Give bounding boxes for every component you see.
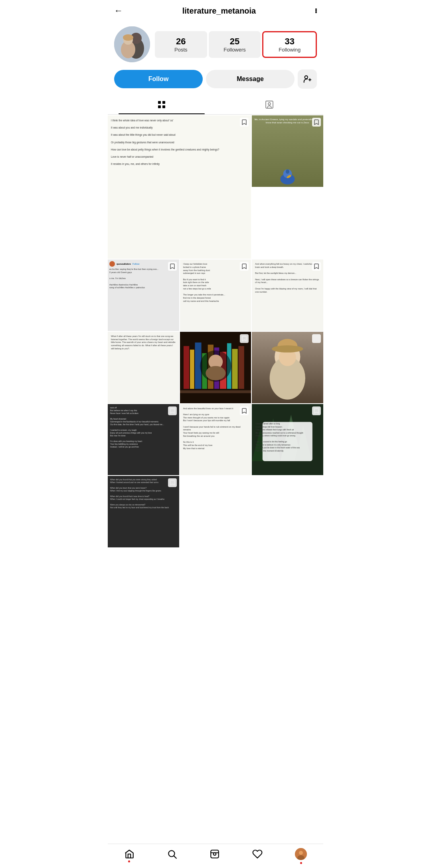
save-icon <box>312 334 321 343</box>
back-button[interactable]: ← <box>114 6 123 16</box>
profile-header: ← literature_metanoia <box>108 0 323 22</box>
svg-point-41 <box>272 345 303 353</box>
following-label: Following <box>279 47 301 53</box>
svg-rect-6 <box>114 26 150 62</box>
post-text-content: I keep our forbidden lovelocked in a pho… <box>183 263 225 303</box>
svg-rect-12 <box>158 105 161 108</box>
save-icon <box>240 262 249 271</box>
avatar <box>114 26 150 62</box>
bookmark-icon <box>170 264 175 269</box>
bookmark-icon <box>242 408 247 414</box>
grid-item[interactable]: It finally rained after so longCrystal d… <box>252 404 323 476</box>
svg-rect-22 <box>190 350 194 389</box>
bookmark-icon <box>242 119 247 125</box>
grid-item[interactable]: took offBut believe me when I say thisNe… <box>108 404 179 476</box>
save-icon <box>312 118 321 127</box>
content-tabs <box>108 95 323 115</box>
svg-point-34 <box>206 366 225 380</box>
bookmark-icon <box>170 408 175 414</box>
save-icon <box>240 334 249 343</box>
post-text-content: And adore the beautiful lines on your fa… <box>183 407 248 450</box>
username-title: literature_metanoia <box>182 6 256 16</box>
svg-rect-11 <box>162 101 165 104</box>
menu-button[interactable] <box>315 8 317 13</box>
save-icon <box>168 478 177 487</box>
grid-item[interactable]: quovadisbro Follow es be like: saying th… <box>108 260 179 331</box>
grid-item[interactable] <box>180 332 251 403</box>
followers-label: Followers <box>223 47 246 53</box>
zeus-swan-image <box>277 166 299 184</box>
bottom-spacer <box>108 547 323 579</box>
post-text-content: And when everything felt too heavy on my… <box>255 263 320 293</box>
post-text-content: I think the whole idea of love was never… <box>111 119 219 166</box>
bookmark-icon <box>242 336 247 341</box>
posts-grid: I think the whole idea of love was never… <box>108 115 323 547</box>
grid-item[interactable]: When did you found that you were strong … <box>108 476 179 547</box>
svg-rect-29 <box>232 349 237 389</box>
svg-point-15 <box>268 103 271 105</box>
post-body: es be like: saying they're fine but then… <box>109 268 178 289</box>
add-friend-button[interactable] <box>298 69 317 89</box>
followers-count: 25 <box>230 36 239 47</box>
action-buttons: Follow Message <box>108 65 323 95</box>
grid-item[interactable]: And adore the beautiful lines on your fa… <box>180 404 251 476</box>
tab-grid[interactable] <box>108 95 216 114</box>
save-icon <box>312 406 321 415</box>
post-caption: Me, in Ancient Greece, tying my sandals … <box>254 118 321 125</box>
bookmark-icon <box>314 264 319 269</box>
follow-button[interactable]: Follow <box>114 70 203 88</box>
bookmark-icon <box>314 119 319 125</box>
grid-item[interactable]: Me, in Ancient Greece, tying my sandals … <box>252 115 323 187</box>
post-text-overlay: It finally rained after so longCrystal d… <box>255 422 320 452</box>
grid-icon <box>157 100 166 109</box>
grid-item[interactable]: I keep our forbidden lovelocked in a pho… <box>180 260 251 331</box>
post-text-content: When did you found that you were strong … <box>110 478 169 509</box>
svg-point-7 <box>305 76 308 79</box>
message-button[interactable]: Message <box>206 70 295 88</box>
tagged-icon <box>265 100 274 109</box>
post-text-content: What if after all these years I'm still … <box>111 335 176 350</box>
grid-item[interactable]: What if after all these years I'm still … <box>108 332 179 403</box>
post-username: quovadisbro <box>117 263 131 265</box>
bookmark-icon <box>170 480 175 486</box>
svg-rect-21 <box>184 346 189 389</box>
mini-avatar <box>109 261 115 267</box>
post-text-content: took offBut believe me when I say thisNe… <box>110 406 164 448</box>
svg-rect-30 <box>238 346 244 389</box>
bookmark-icon <box>314 408 319 414</box>
save-icon <box>312 262 321 271</box>
svg-rect-31 <box>180 390 251 393</box>
following-count: 33 <box>285 36 294 47</box>
profile-section: 26 Posts 25 Followers 33 Following <box>108 22 323 65</box>
save-icon <box>168 262 177 271</box>
svg-rect-13 <box>162 105 165 108</box>
follow-label: Follow <box>132 263 139 265</box>
bookmark-icon <box>242 264 247 269</box>
grid-item[interactable]: I think the whole idea of love was never… <box>108 115 251 259</box>
grid-item[interactable] <box>252 332 323 403</box>
posts-label: Posts <box>174 47 188 53</box>
save-icon <box>240 118 249 127</box>
save-icon <box>168 406 177 415</box>
tab-tagged[interactable] <box>216 95 323 114</box>
bookmark-icon <box>314 336 319 341</box>
svg-point-18 <box>286 169 289 174</box>
posts-stat[interactable]: 26 Posts <box>155 31 207 58</box>
save-icon <box>240 406 249 415</box>
followers-stat[interactable]: 25 Followers <box>209 31 261 58</box>
following-stat[interactable]: 33 Following <box>262 31 317 58</box>
posts-count: 26 <box>176 36 186 47</box>
svg-rect-14 <box>266 101 273 108</box>
stats-row: 26 Posts 25 Followers 33 Following <box>155 31 317 58</box>
svg-rect-10 <box>158 101 161 104</box>
add-person-icon <box>303 75 312 83</box>
grid-item[interactable]: And when everything felt too heavy on my… <box>252 260 323 331</box>
